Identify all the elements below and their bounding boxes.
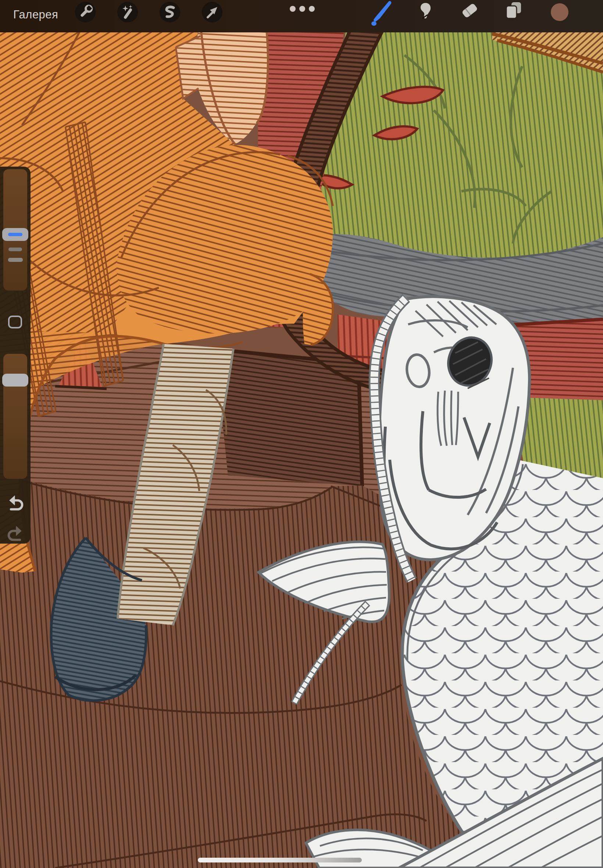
undo-button[interactable] [4, 490, 27, 514]
opacity-slider[interactable] [3, 354, 27, 479]
opacity-thumb[interactable] [2, 374, 28, 387]
actions-button[interactable] [75, 2, 96, 22]
eraser-icon[interactable] [459, 0, 480, 21]
top-toolbar: Галерея [0, 0, 603, 32]
brush-size-thumb[interactable] [2, 228, 28, 241]
selection-s-icon [159, 2, 180, 22]
color-swatch[interactable] [549, 2, 570, 22]
layers-icon[interactable] [503, 0, 524, 21]
drawing-canvas[interactable] [0, 0, 603, 868]
selection-button[interactable] [159, 2, 180, 22]
size-tick-mark [8, 258, 23, 262]
brush-size-accent [8, 233, 22, 236]
paint-brush-icon[interactable] [370, 1, 392, 30]
wrench-icon [75, 2, 96, 22]
transform-button[interactable] [202, 2, 223, 22]
smudge-icon[interactable] [415, 0, 436, 21]
modify-button[interactable] [8, 316, 22, 328]
redo-button[interactable] [4, 521, 27, 544]
more-options-icon[interactable] [288, 5, 317, 12]
procreate-screen: Галерея [0, 0, 603, 868]
adjustments-button[interactable] [117, 2, 138, 22]
sidebar [0, 167, 31, 544]
size-tick-mark [8, 248, 22, 251]
transform-arrow-icon [202, 2, 223, 22]
magic-wand-icon [117, 2, 138, 22]
home-indicator[interactable] [198, 858, 362, 862]
gallery-button[interactable]: Галерея [13, 8, 58, 21]
